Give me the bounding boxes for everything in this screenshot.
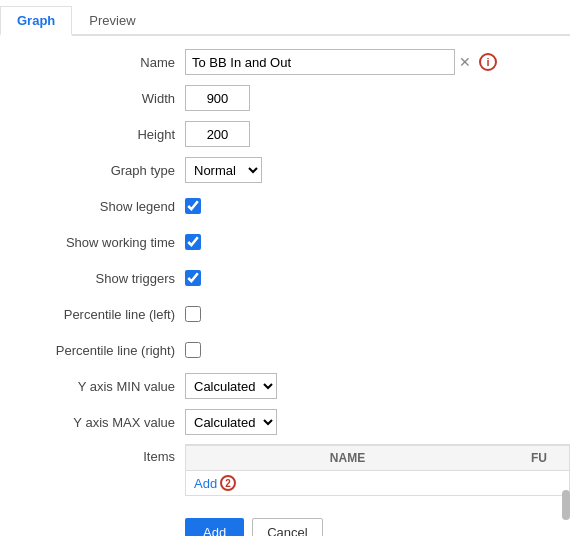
width-input[interactable] <box>185 85 250 111</box>
show-working-time-label: Show working time <box>0 235 185 250</box>
show-legend-control <box>185 198 201 214</box>
tab-graph[interactable]: Graph <box>0 6 72 36</box>
items-section: Items NAME FU Add 2 <box>0 444 570 496</box>
graph-type-label: Graph type <box>0 163 185 178</box>
show-triggers-label: Show triggers <box>0 271 185 286</box>
width-row: Width <box>0 84 570 112</box>
footer-buttons: Add Cancel <box>0 508 570 536</box>
y-axis-min-select[interactable]: Calculated Fixed <box>185 373 277 399</box>
show-triggers-control <box>185 270 201 286</box>
show-triggers-row: Show triggers <box>0 264 570 292</box>
y-axis-max-label: Y axis MAX value <box>0 415 185 430</box>
graph-type-control: Normal Stacked Pie <box>185 157 262 183</box>
show-working-time-control <box>185 234 201 250</box>
y-axis-min-control: Calculated Fixed <box>185 373 277 399</box>
width-label: Width <box>0 91 185 106</box>
show-legend-checkbox[interactable] <box>185 198 201 214</box>
add-item-badge: 2 <box>220 475 236 491</box>
height-control <box>185 121 250 147</box>
name-label: Name <box>0 55 185 70</box>
y-axis-min-row: Y axis MIN value Calculated Fixed <box>0 372 570 400</box>
tab-preview[interactable]: Preview <box>72 6 152 36</box>
y-axis-max-select[interactable]: Calculated Fixed <box>185 409 277 435</box>
items-col-func: FU <box>509 446 569 470</box>
percentile-right-label: Percentile line (right) <box>0 343 185 358</box>
y-axis-min-label: Y axis MIN value <box>0 379 185 394</box>
add-button[interactable]: Add <box>185 518 244 536</box>
name-info-icon: i <box>479 53 497 71</box>
percentile-left-row: Percentile line (left) <box>0 300 570 328</box>
y-axis-max-control: Calculated Fixed <box>185 409 277 435</box>
scrollbar[interactable] <box>562 490 570 520</box>
add-item-link[interactable]: Add <box>194 476 217 491</box>
percentile-left-checkbox[interactable] <box>185 306 201 322</box>
items-col-name: NAME <box>186 446 509 470</box>
items-table: NAME FU Add 2 <box>185 444 570 496</box>
show-legend-label: Show legend <box>0 199 185 214</box>
percentile-right-checkbox[interactable] <box>185 342 201 358</box>
show-legend-row: Show legend <box>0 192 570 220</box>
percentile-right-control <box>185 342 201 358</box>
name-row: Name ✕ i <box>0 48 570 76</box>
add-item-row: Add 2 <box>186 471 569 495</box>
height-label: Height <box>0 127 185 142</box>
name-input[interactable] <box>185 49 455 75</box>
show-working-time-row: Show working time <box>0 228 570 256</box>
height-input[interactable] <box>185 121 250 147</box>
percentile-right-row: Percentile line (right) <box>0 336 570 364</box>
y-axis-max-row: Y axis MAX value Calculated Fixed <box>0 408 570 436</box>
tabs-bar: Graph Preview <box>0 0 570 36</box>
show-working-time-checkbox[interactable] <box>185 234 201 250</box>
show-triggers-checkbox[interactable] <box>185 270 201 286</box>
items-label: Items <box>0 444 185 464</box>
items-table-header: NAME FU <box>186 445 569 471</box>
graph-type-select[interactable]: Normal Stacked Pie <box>185 157 262 183</box>
percentile-left-control <box>185 306 201 322</box>
name-control: ✕ i <box>185 49 497 75</box>
cancel-button[interactable]: Cancel <box>252 518 322 536</box>
form-area: Name ✕ i Width Height Graph type <box>0 36 570 508</box>
width-control <box>185 85 250 111</box>
graph-type-row: Graph type Normal Stacked Pie <box>0 156 570 184</box>
name-clear-button[interactable]: ✕ <box>455 55 475 69</box>
percentile-left-label: Percentile line (left) <box>0 307 185 322</box>
height-row: Height <box>0 120 570 148</box>
